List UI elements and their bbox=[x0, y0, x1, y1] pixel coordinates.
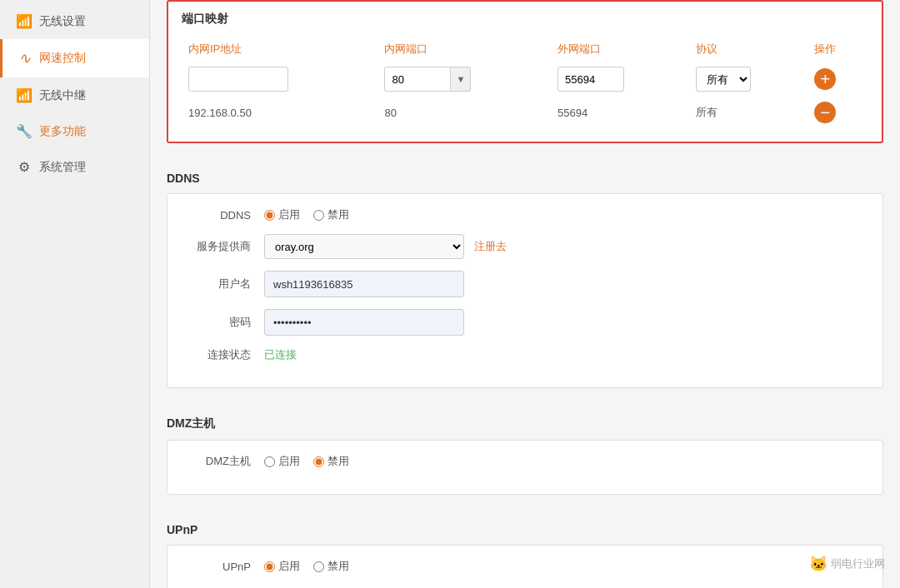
upnp-enable-input[interactable] bbox=[264, 561, 275, 572]
upnp-row: UPnP 启用 禁用 bbox=[181, 559, 869, 574]
col-external-port: 外网端口 bbox=[551, 37, 689, 62]
ddns-radio-group: 启用 禁用 bbox=[264, 207, 349, 222]
dmz-row: DMZ主机 启用 禁用 bbox=[181, 454, 869, 469]
status-value-wrap: 已连接 bbox=[264, 347, 297, 362]
sidebar-item-wireless-settings[interactable]: 📶 无线设置 bbox=[0, 3, 149, 39]
provider-row: 服务提供商 oray.org 3322.org dyndns.org 注册去 bbox=[181, 234, 869, 259]
ddns-enable-radio[interactable]: 启用 bbox=[264, 207, 300, 222]
wifi-icon: 📶 bbox=[16, 13, 32, 29]
sidebar-item-label: 系统管理 bbox=[39, 160, 86, 175]
ddns-enable-row: DDNS 启用 禁用 bbox=[181, 207, 869, 222]
upnp-section: UPnP UPnP 启用 禁用 bbox=[167, 511, 883, 588]
add-mapping-button[interactable]: + bbox=[814, 68, 836, 90]
data-protocol: 所有 bbox=[689, 97, 808, 128]
dmz-disable-input[interactable] bbox=[313, 456, 324, 467]
ddns-disable-radio[interactable]: 禁用 bbox=[313, 207, 349, 222]
password-input[interactable] bbox=[264, 309, 464, 336]
data-internal-ip: 192.168.0.50 bbox=[182, 97, 378, 128]
port-mapping-title: 端口映射 bbox=[182, 12, 868, 27]
status-label: 连接状态 bbox=[181, 347, 264, 362]
dmz-disable-radio[interactable]: 禁用 bbox=[313, 454, 349, 469]
sidebar-item-label: 无线中继 bbox=[39, 88, 86, 103]
ddns-enable-input[interactable] bbox=[264, 210, 275, 221]
upnp-label: UPnP bbox=[181, 561, 264, 573]
upnp-card: UPnP 启用 禁用 bbox=[167, 545, 883, 588]
col-internal-port: 内网端口 bbox=[378, 37, 551, 62]
col-action: 操作 bbox=[808, 37, 868, 62]
upnp-radio-group: 启用 禁用 bbox=[264, 559, 349, 574]
password-row: 密码 bbox=[181, 309, 869, 336]
sidebar: 📶 无线设置 ∿ 网速控制 📶 无线中继 🔧 更多功能 ⚙ 系统管理 bbox=[0, 0, 150, 588]
ddns-card: DDNS 启用 禁用 服务提供商 oray.org bbox=[167, 193, 883, 388]
tools-icon: 🔧 bbox=[16, 123, 32, 139]
upnp-enable-radio[interactable]: 启用 bbox=[264, 559, 300, 574]
sidebar-item-label: 更多功能 bbox=[39, 124, 86, 139]
data-external-port: 55694 bbox=[551, 97, 689, 128]
external-port-input[interactable] bbox=[558, 67, 624, 92]
protocol-select[interactable]: 所有 TCP UDP bbox=[696, 67, 751, 92]
username-input[interactable] bbox=[264, 271, 464, 297]
dmz-card: DMZ主机 启用 禁用 bbox=[167, 440, 883, 495]
port-mapping-table: 内网IP地址 内网端口 外网端口 协议 操作 ▼ bbox=[182, 37, 868, 128]
ddns-disable-input[interactable] bbox=[313, 210, 324, 221]
provider-select[interactable]: oray.org 3322.org dyndns.org bbox=[264, 234, 464, 259]
dmz-enable-input[interactable] bbox=[264, 456, 275, 467]
status-row: 连接状态 已连接 bbox=[181, 347, 869, 362]
port-mapping-section: 端口映射 内网IP地址 内网端口 外网端口 协议 操作 bbox=[167, 0, 883, 143]
sidebar-item-system-management[interactable]: ⚙ 系统管理 bbox=[0, 149, 149, 185]
register-link[interactable]: 注册去 bbox=[474, 239, 507, 254]
port-mapping-data-row: 192.168.0.50 80 55694 所有 − bbox=[182, 97, 868, 128]
port-mapping-input-row: ▼ 所有 TCP UDP + bbox=[182, 62, 868, 97]
remove-mapping-button[interactable]: − bbox=[814, 102, 836, 123]
col-protocol: 协议 bbox=[689, 37, 808, 62]
status-badge: 已连接 bbox=[264, 347, 297, 362]
upnp-title: UPnP bbox=[167, 511, 883, 545]
username-row: 用户名 bbox=[181, 271, 869, 297]
main-content: 端口映射 内网IP地址 内网端口 外网端口 协议 操作 bbox=[150, 0, 900, 588]
sidebar-item-wireless-relay[interactable]: 📶 无线中继 bbox=[0, 77, 149, 113]
dmz-radio-group: 启用 禁用 bbox=[264, 454, 349, 469]
port-dropdown-btn[interactable]: ▼ bbox=[451, 67, 471, 92]
relay-icon: 📶 bbox=[16, 87, 32, 103]
password-label: 密码 bbox=[181, 315, 264, 330]
sidebar-item-label: 无线设置 bbox=[39, 14, 86, 29]
internal-port-input[interactable] bbox=[384, 67, 451, 92]
username-label: 用户名 bbox=[181, 277, 264, 292]
internal-ip-input[interactable] bbox=[188, 67, 288, 92]
dmz-label: DMZ主机 bbox=[181, 454, 264, 469]
sidebar-item-more-features[interactable]: 🔧 更多功能 bbox=[0, 113, 149, 149]
dmz-title: DMZ主机 bbox=[167, 405, 883, 440]
speed-icon: ∿ bbox=[16, 49, 32, 67]
upnp-disable-input[interactable] bbox=[313, 561, 324, 572]
provider-select-wrap: oray.org 3322.org dyndns.org 注册去 bbox=[264, 234, 507, 259]
gear-icon: ⚙ bbox=[16, 159, 32, 175]
sidebar-item-speed-control[interactable]: ∿ 网速控制 bbox=[0, 39, 149, 77]
sidebar-item-label: 网速控制 bbox=[39, 51, 86, 66]
ddns-section: DDNS DDNS 启用 禁用 服务提供商 bbox=[167, 160, 883, 388]
password-value-wrap bbox=[264, 309, 464, 336]
data-internal-port: 80 bbox=[378, 97, 551, 128]
upnp-disable-radio[interactable]: 禁用 bbox=[313, 559, 349, 574]
ddns-label: DDNS bbox=[181, 209, 264, 222]
dmz-section: DMZ主机 DMZ主机 启用 禁用 bbox=[167, 405, 883, 495]
username-value-wrap bbox=[264, 271, 464, 297]
ddns-title: DDNS bbox=[167, 160, 883, 193]
provider-label: 服务提供商 bbox=[181, 239, 264, 254]
dmz-enable-radio[interactable]: 启用 bbox=[264, 454, 300, 469]
col-internal-ip: 内网IP地址 bbox=[182, 37, 378, 62]
